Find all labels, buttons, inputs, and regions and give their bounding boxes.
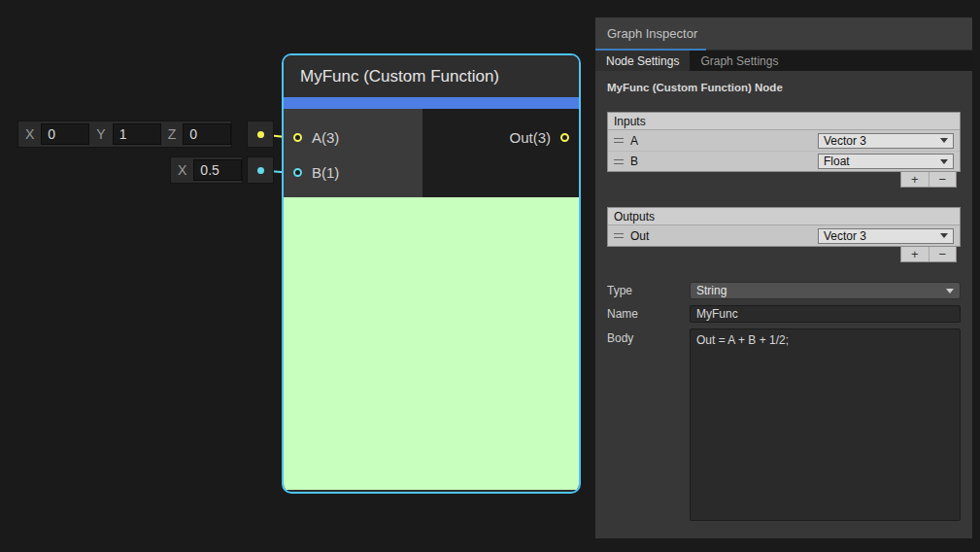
name-input[interactable] (690, 305, 961, 323)
body-textarea[interactable]: Out = A + B + 1/2; (690, 328, 961, 521)
port-b-label: B(1) (312, 164, 339, 181)
shader-graph-canvas[interactable]: X 0 Y 1 Z 0 X 0.5 MyFunc (Custom Functio… (0, 0, 980, 552)
inputs-list: Inputs A Vector 3 B Float (607, 112, 961, 172)
list-item[interactable]: A Vector 3 (608, 130, 960, 151)
y-value-field[interactable]: 1 (113, 123, 161, 145)
port-a-circle-icon[interactable] (293, 133, 302, 142)
node-header[interactable]: MyFunc (Custom Function) (284, 55, 579, 97)
x-axis-label: X (171, 157, 193, 183)
port-b-circle-icon[interactable] (293, 168, 302, 177)
list-item[interactable]: Out Vector 3 (608, 225, 960, 246)
inspector-tabbar: Node Settings Graph Settings (595, 51, 972, 71)
remove-input-button[interactable]: − (929, 172, 957, 187)
body-label: Body (607, 328, 690, 345)
outputs-list-header: Outputs (608, 208, 960, 225)
tab-node-settings[interactable]: Node Settings (595, 51, 690, 71)
vector3-connector-dot-icon[interactable] (257, 131, 264, 138)
inputs-list-header: Inputs (608, 113, 960, 130)
port-b[interactable]: B(1) (293, 162, 339, 182)
dropdown-value: String (696, 284, 727, 297)
node-accent-bar (284, 97, 579, 109)
float-input-widget[interactable]: X 0.5 (170, 156, 243, 184)
port-a-label: A(3) (312, 129, 339, 146)
float-connector[interactable] (247, 156, 274, 184)
output-type-dropdown[interactable]: Vector 3 (818, 228, 954, 244)
dropdown-value: Vector 3 (824, 134, 866, 148)
chevron-down-icon (940, 159, 948, 164)
inspector-header[interactable]: Graph Inspector (595, 17, 972, 51)
node-ports-area: A(3) B(1) Out(3) (284, 109, 579, 197)
inspector-tab-underline (595, 49, 706, 51)
add-output-button[interactable]: + (901, 247, 929, 261)
output-name: Out (630, 229, 811, 243)
port-out-circle-icon[interactable] (560, 133, 569, 142)
drag-handle-icon[interactable] (614, 138, 624, 143)
node-outputs-column (422, 109, 579, 197)
type-label: Type (607, 284, 690, 297)
add-input-button[interactable]: + (901, 172, 929, 187)
inspector-node-title: MyFunc (Custom Function) Node (607, 82, 961, 93)
type-field-row: Type String (607, 282, 961, 299)
port-a[interactable]: A(3) (293, 127, 339, 147)
vector3-input-widget[interactable]: X 0 Y 1 Z 0 (17, 121, 232, 148)
drag-handle-icon[interactable] (614, 233, 624, 238)
port-out[interactable]: Out(3) (509, 127, 569, 147)
y-axis-label: Y (89, 121, 112, 147)
float-value-field[interactable]: 0.5 (193, 159, 242, 181)
list-item[interactable]: B Float (608, 151, 960, 171)
drag-handle-icon[interactable] (614, 159, 624, 164)
outputs-list: Outputs Out Vector 3 (607, 207, 961, 247)
chevron-down-icon (940, 233, 948, 238)
input-name: B (630, 155, 811, 168)
node-preview (284, 197, 579, 490)
inspector-content: MyFunc (Custom Function) Node Inputs A V… (595, 82, 972, 521)
dropdown-value: Float (824, 155, 850, 168)
tab-graph-settings[interactable]: Graph Settings (690, 51, 789, 71)
remove-output-button[interactable]: − (929, 247, 957, 261)
body-field-row: Body Out = A + B + 1/2; (607, 328, 961, 521)
z-axis-label: Z (161, 121, 184, 147)
outputs-list-footer: + − (900, 247, 957, 262)
type-dropdown[interactable]: String (690, 282, 961, 299)
node-inputs-column (284, 109, 422, 197)
z-value-field[interactable]: 0 (183, 123, 231, 145)
float-connector-dot-icon[interactable] (257, 167, 264, 174)
chevron-down-icon (946, 289, 954, 293)
port-out-label: Out(3) (509, 129, 551, 146)
input-type-dropdown[interactable]: Float (818, 154, 954, 169)
inputs-list-footer: + − (900, 172, 957, 188)
name-field-row: Name (607, 305, 961, 323)
inspector-title: Graph Inspector (607, 26, 697, 41)
x-value-field[interactable]: 0 (41, 123, 89, 145)
dropdown-value: Vector 3 (824, 229, 866, 243)
input-type-dropdown[interactable]: Vector 3 (818, 133, 954, 149)
x-axis-label: X (18, 121, 41, 147)
vector3-connector[interactable] (247, 121, 274, 148)
name-label: Name (607, 307, 690, 321)
chevron-down-icon (940, 138, 948, 143)
custom-function-node[interactable]: MyFunc (Custom Function) A(3) B(1) Out(3… (282, 53, 581, 494)
node-title: MyFunc (Custom Function) (300, 67, 499, 86)
graph-inspector-panel: Graph Inspector Node Settings Graph Sett… (595, 17, 972, 538)
input-name: A (630, 134, 811, 148)
